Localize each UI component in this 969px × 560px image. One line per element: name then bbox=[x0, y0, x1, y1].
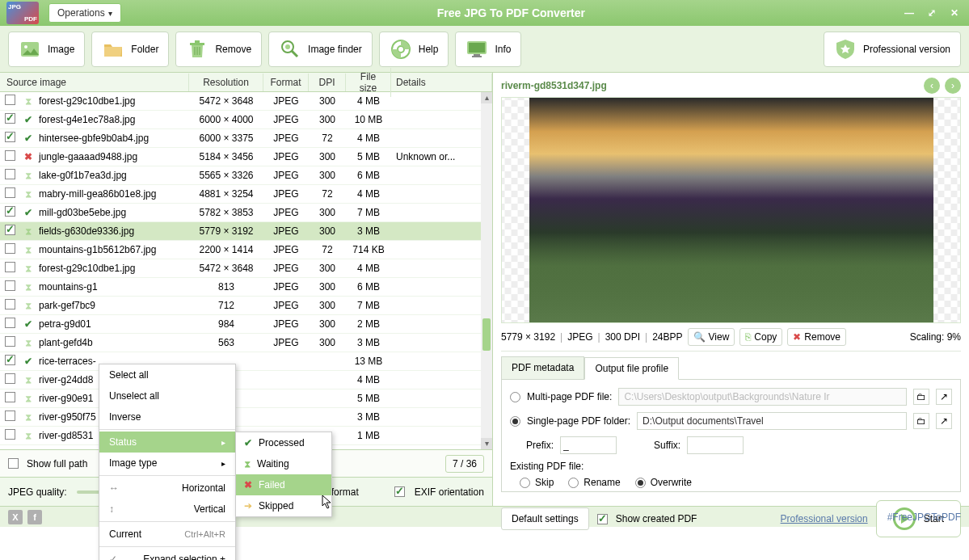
row-checkbox[interactable] bbox=[5, 280, 15, 291]
prev-image-button[interactable]: ‹ bbox=[924, 78, 940, 94]
row-checkbox[interactable] bbox=[5, 225, 15, 235]
table-row[interactable]: ⧗plant-gefd4b563JPEG3003 MB bbox=[0, 334, 492, 352]
singlepage-path-input[interactable] bbox=[637, 412, 907, 430]
minimize-button[interactable]: — bbox=[901, 6, 917, 19]
operations-dropdown[interactable]: Operations bbox=[48, 3, 121, 23]
table-row[interactable]: ⧗mabry-mill-gea86b01e8.jpg4881 × 3254JPE… bbox=[0, 185, 492, 204]
status-icon: ✔ bbox=[24, 318, 32, 330]
twitter-icon[interactable]: X bbox=[8, 510, 23, 524]
sub-processed[interactable]: ✔Processed bbox=[236, 432, 331, 453]
ctx-inverse[interactable]: Inverse bbox=[99, 406, 235, 427]
col-resolution[interactable]: Resolution bbox=[189, 74, 263, 91]
preview-image bbox=[529, 98, 933, 322]
table-row[interactable]: ✖jungle-gaaaad9488.jpg5184 × 3456JPEG300… bbox=[0, 148, 492, 166]
ctx-image-type[interactable]: Image type bbox=[99, 453, 235, 474]
tab-pdf-metadata[interactable]: PDF metadata bbox=[501, 356, 584, 379]
help-button[interactable]: Help bbox=[379, 32, 449, 67]
row-checkbox[interactable] bbox=[5, 411, 15, 421]
open-singlepage-button[interactable]: ↗ bbox=[936, 413, 952, 429]
hashtag-link[interactable]: #FreeJPGToPDF bbox=[887, 512, 961, 523]
singlepage-radio[interactable] bbox=[510, 416, 520, 427]
skip-radio[interactable] bbox=[520, 478, 530, 488]
table-row[interactable]: ⧗lake-g0f1b7ea3d.jpg5565 × 3326JPEG3006 … bbox=[0, 166, 492, 185]
sub-skipped[interactable]: ➔Skipped bbox=[236, 495, 331, 516]
table-row[interactable]: ⧗forest-g29c10dbe1.jpg5472 × 3648JPEG300… bbox=[0, 92, 492, 111]
table-row[interactable]: ⧗river-g24dd84 MB bbox=[0, 371, 492, 389]
row-checkbox[interactable] bbox=[5, 187, 15, 198]
table-row[interactable]: ⧗mountains-g1b5612b67.jpg2200 × 1414JPEG… bbox=[0, 241, 492, 259]
row-checkbox[interactable] bbox=[5, 429, 15, 440]
browse-singlepage-button[interactable]: 🗀 bbox=[913, 413, 929, 429]
ctx-horizontal[interactable]: ↔Horizontal bbox=[99, 478, 235, 499]
row-checkbox[interactable] bbox=[5, 95, 15, 105]
ctx-vertical[interactable]: ↕Vertical bbox=[99, 499, 235, 520]
show-full-path-checkbox[interactable] bbox=[8, 458, 19, 469]
scroll-thumb[interactable] bbox=[482, 318, 491, 351]
maximize-button[interactable]: ⤢ bbox=[924, 6, 940, 19]
table-row[interactable]: ⧗river-g90e915 MB bbox=[0, 389, 492, 408]
info-button[interactable]: Info bbox=[455, 32, 521, 67]
col-dpi[interactable]: DPI bbox=[309, 74, 346, 91]
multipage-radio[interactable] bbox=[510, 392, 520, 402]
row-checkbox[interactable] bbox=[5, 132, 15, 142]
table-row[interactable]: ⧗fields-g630de9336.jpg5779 × 3192JPEG300… bbox=[0, 222, 492, 241]
sub-failed[interactable]: ✖Failed bbox=[236, 474, 331, 495]
browse-multipage-button[interactable]: 🗀 bbox=[913, 389, 929, 405]
row-checkbox[interactable] bbox=[5, 318, 15, 328]
table-row[interactable]: ⧗park-gef7bc9712JPEG3007 MB bbox=[0, 297, 492, 315]
prefix-input[interactable] bbox=[560, 436, 617, 454]
table-row[interactable]: ✔rice-terraces-13 MB bbox=[0, 352, 492, 371]
rename-radio[interactable] bbox=[568, 478, 579, 488]
pro-version-button[interactable]: Professional version bbox=[824, 32, 961, 67]
row-checkbox[interactable] bbox=[5, 169, 15, 179]
ctx-current[interactable]: CurrentCtrl+Alt+R bbox=[99, 524, 235, 545]
remove-preview-button[interactable]: ✖Remove bbox=[787, 328, 846, 346]
row-checkbox[interactable] bbox=[5, 336, 15, 347]
suffix-input[interactable] bbox=[687, 436, 744, 454]
table-row[interactable]: ✔hintersee-gbfe9b0ab4.jpg6000 × 3375JPEG… bbox=[0, 129, 492, 148]
row-checkbox[interactable] bbox=[5, 150, 15, 161]
col-format[interactable]: Format bbox=[263, 74, 309, 91]
close-button[interactable]: ✕ bbox=[946, 6, 963, 19]
row-checkbox[interactable] bbox=[5, 392, 15, 402]
table-row[interactable]: ⧗mountains-g1813JPEG3006 MB bbox=[0, 278, 492, 297]
folder-button[interactable]: Folder bbox=[91, 32, 169, 67]
col-details[interactable]: Details bbox=[391, 74, 492, 91]
ctx-select-all[interactable]: Select all bbox=[99, 364, 235, 385]
overwrite-radio[interactable] bbox=[635, 478, 646, 488]
table-row[interactable]: ✔forest-g4e1ec78a8.jpg6000 × 4000JPEG300… bbox=[0, 111, 492, 129]
default-settings-button[interactable]: Default settings bbox=[501, 507, 589, 530]
multipage-path-input[interactable] bbox=[618, 388, 907, 406]
image-finder-button[interactable]: Image finder bbox=[268, 32, 373, 67]
row-checkbox[interactable] bbox=[5, 373, 15, 384]
remove-button[interactable]: Remove bbox=[175, 32, 262, 67]
row-checkbox[interactable] bbox=[5, 206, 15, 217]
sub-waiting[interactable]: ⧗Waiting bbox=[236, 453, 331, 474]
table-row[interactable]: ⧗river-g950f753 MB bbox=[0, 408, 492, 427]
row-checkbox[interactable] bbox=[5, 262, 15, 272]
ctx-status[interactable]: Status bbox=[99, 432, 235, 453]
image-button[interactable]: Image bbox=[8, 32, 85, 67]
vertical-scrollbar[interactable]: ▴ ▾ bbox=[481, 92, 492, 449]
table-row[interactable]: ✔petra-g9d01984JPEG3002 MB bbox=[0, 315, 492, 334]
table-row[interactable]: ✔mill-gd03be5ebe.jpg5782 × 3853JPEG3007 … bbox=[0, 204, 492, 222]
facebook-icon[interactable]: f bbox=[27, 510, 42, 524]
row-checkbox[interactable] bbox=[5, 113, 15, 124]
scroll-down-arrow[interactable]: ▾ bbox=[481, 438, 492, 449]
open-multipage-button[interactable]: ↗ bbox=[936, 389, 952, 405]
row-checkbox[interactable] bbox=[5, 243, 15, 254]
pro-version-link[interactable]: Professional version bbox=[781, 513, 868, 524]
row-checkbox[interactable] bbox=[5, 355, 15, 365]
table-row[interactable]: ⧗forest-g29c10dbe1.jpg5472 × 3648JPEG300… bbox=[0, 259, 492, 278]
show-created-checkbox[interactable] bbox=[597, 514, 608, 524]
ctx-expand[interactable]: ✓Expand selection + bbox=[99, 549, 235, 560]
row-checkbox[interactable] bbox=[5, 299, 15, 309]
ctx-unselect-all[interactable]: Unselect all bbox=[99, 385, 235, 406]
copy-button[interactable]: ⎘Copy bbox=[739, 328, 782, 346]
view-button[interactable]: 🔍View bbox=[688, 328, 735, 346]
next-image-button[interactable]: › bbox=[945, 78, 961, 94]
exif-checkbox[interactable] bbox=[394, 486, 405, 497]
tab-output-profile[interactable]: Output file profile bbox=[584, 357, 679, 380]
scroll-up-arrow[interactable]: ▴ bbox=[481, 92, 492, 103]
col-source[interactable]: Source image bbox=[0, 74, 189, 91]
